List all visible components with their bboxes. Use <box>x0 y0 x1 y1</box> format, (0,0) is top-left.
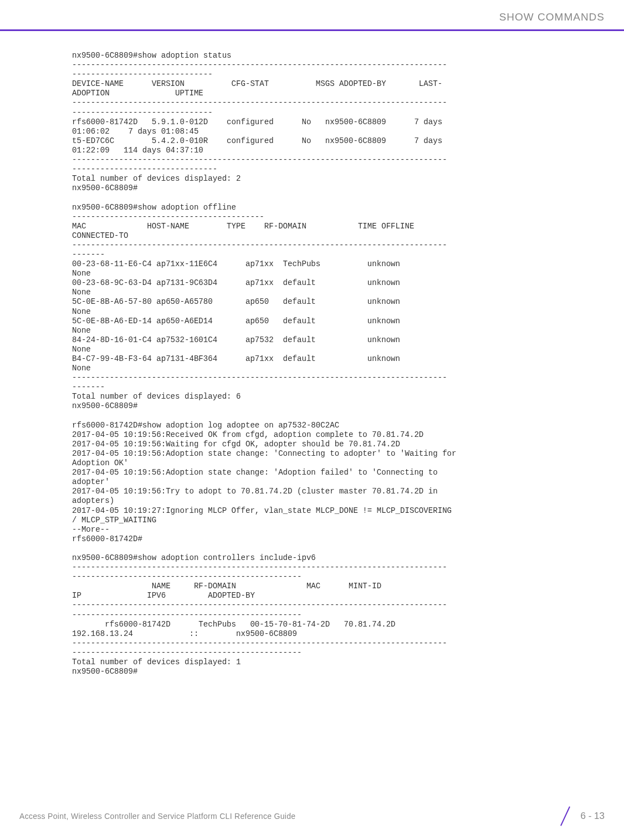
page-footer: Access Point, Wireless Controller and Se… <box>19 808 605 824</box>
page-number-container: 6 - 13 <box>557 808 605 824</box>
header-divider <box>0 29 624 31</box>
page-number: 6 - 13 <box>581 811 605 822</box>
slash-decoration-icon <box>557 808 574 824</box>
terminal-output: nx9500-6C8809#show adoption status -----… <box>72 51 606 676</box>
section-header: SHOW COMMANDS <box>499 11 605 23</box>
footer-guide-title: Access Point, Wireless Controller and Se… <box>19 812 295 821</box>
